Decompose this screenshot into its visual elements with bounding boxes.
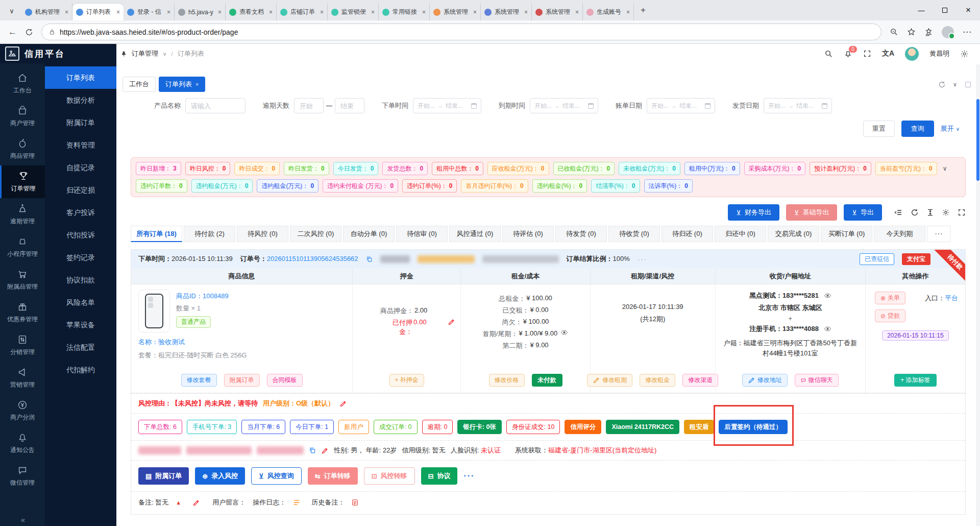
- submenu-item[interactable]: 签约记录: [45, 246, 116, 269]
- status-tab[interactable]: 自动分单 (0): [343, 226, 395, 242]
- product-name-link[interactable]: 验收测试: [158, 338, 185, 346]
- window-minimize-button[interactable]: [910, 0, 933, 20]
- search-button[interactable]: 查询: [901, 121, 934, 137]
- browser-tab[interactable]: 监管锁便: [328, 4, 379, 20]
- edit-channel-button[interactable]: 修改渠道: [682, 374, 718, 387]
- page-tab-close-icon[interactable]: [195, 81, 199, 87]
- collapse-triangle-icon[interactable]: [176, 499, 181, 506]
- edit-user-pencil-icon[interactable]: [321, 447, 329, 455]
- submenu-item[interactable]: 风险名单: [45, 291, 116, 314]
- overdue-start-input[interactable]: [294, 98, 324, 113]
- product-id[interactable]: 1008489: [203, 292, 229, 300]
- tab-more-chevron-icon[interactable]: [953, 81, 957, 88]
- status-tab[interactable]: 待发货 (0): [555, 226, 607, 242]
- user-badge[interactable]: 下单总数: 6: [138, 420, 182, 434]
- basic-export-button[interactable]: 基础导出: [786, 204, 838, 221]
- browser-tab[interactable]: 系统管理: [481, 4, 532, 20]
- submenu-item[interactable]: 自提记录: [45, 156, 116, 179]
- edit-package-button[interactable]: 修改套餐: [181, 374, 217, 387]
- add-tag-button[interactable]: + 添加标签: [894, 374, 936, 387]
- page-tab-workbench[interactable]: 工作台: [122, 77, 156, 92]
- enter-risk-button[interactable]: 录入风控: [195, 467, 245, 485]
- user-badge[interactable]: 逾期: 0: [422, 420, 453, 434]
- status-tab[interactable]: 风控通过 (0): [449, 226, 501, 242]
- risk-transfer-button[interactable]: 风控转移: [364, 467, 415, 485]
- overdue-end-input[interactable]: [335, 98, 364, 113]
- translate-icon[interactable]: 文A: [882, 49, 894, 58]
- edit-address-button[interactable]: 修改地址: [742, 374, 788, 387]
- submenu-item[interactable]: 代扣解约: [45, 358, 116, 381]
- tab-close-icon[interactable]: [371, 9, 375, 16]
- window-maximize-button[interactable]: [933, 0, 957, 20]
- browser-menu-icon[interactable]: ⋯: [963, 28, 972, 36]
- user-badge[interactable]: 银行卡: 0张: [457, 420, 502, 434]
- status-tab[interactable]: 待风控 (0): [237, 226, 288, 242]
- rail-item-notice[interactable]: 通知公告: [0, 427, 45, 460]
- browser-tab[interactable]: 登录 - 信: [124, 4, 175, 20]
- column-settings-gear-icon[interactable]: [942, 208, 950, 217]
- rail-item-merchant[interactable]: 商户管理: [0, 100, 45, 133]
- sidebar-collapse-button[interactable]: [0, 515, 45, 524]
- risk-query-button[interactable]: 风控查询: [251, 467, 302, 485]
- export-button[interactable]: 导出: [844, 204, 882, 221]
- user-badge[interactable]: 后置签约（待通过）: [719, 420, 788, 434]
- status-tab[interactable]: 归还中 (0): [715, 226, 766, 242]
- address-bar[interactable]: https://web.java-saas.heied.site/#/os-pr…: [41, 23, 881, 40]
- eye-icon[interactable]: [824, 293, 831, 299]
- submenu-item[interactable]: 数据分析: [45, 89, 116, 111]
- pin-icon[interactable]: [120, 50, 127, 58]
- edit-deposit-pencil-icon[interactable]: [448, 318, 455, 337]
- bill-date-range-picker[interactable]: 开始... 结束...: [647, 98, 715, 113]
- edit-price-button[interactable]: 修改价格: [489, 374, 525, 387]
- collections-icon[interactable]: [924, 28, 933, 36]
- status-tab[interactable]: 待信审 (0): [396, 226, 448, 242]
- wechat-chat-button[interactable]: 微信聊天: [795, 374, 839, 387]
- tab-search-button[interactable]: [4, 4, 19, 18]
- tab-expand-icon[interactable]: [964, 81, 972, 88]
- submenu-item[interactable]: 附属订单: [45, 111, 116, 134]
- submenu-item[interactable]: 协议扣款: [45, 269, 116, 291]
- header-search-icon[interactable]: [824, 50, 833, 58]
- status-tab[interactable]: 交易完成 (0): [768, 226, 819, 242]
- browser-tab[interactable]: 常用链接: [379, 4, 430, 20]
- reset-button[interactable]: 重置: [863, 121, 895, 137]
- submenu-item[interactable]: 法信配置: [45, 336, 116, 358]
- copy-icon[interactable]: [309, 447, 316, 454]
- eye-icon[interactable]: [824, 326, 831, 332]
- rail-item-marketing[interactable]: 营销管理: [0, 362, 45, 394]
- rail-item-miniprogram[interactable]: 小程序管理: [0, 231, 45, 264]
- user-badge[interactable]: 新用户: [338, 420, 369, 434]
- settings-gear-icon[interactable]: [960, 50, 969, 58]
- op-log-list-icon[interactable]: [293, 499, 300, 506]
- tab-close-icon[interactable]: [473, 9, 477, 16]
- due-time-range-picker[interactable]: 开始... 结束...: [530, 98, 598, 113]
- browser-profile-avatar[interactable]: [942, 26, 954, 38]
- user-badge[interactable]: 身份证成交: 10: [506, 420, 560, 434]
- expand-link[interactable]: 展开: [941, 124, 960, 133]
- rail-item-profit[interactable]: 商户分润: [0, 394, 45, 427]
- ship-date-range-picker[interactable]: 开始... 结束...: [764, 98, 832, 113]
- tab-refresh-icon[interactable]: [938, 81, 946, 88]
- breadcrumb-parent[interactable]: 订单管理: [132, 49, 158, 58]
- product-name-input[interactable]: [185, 98, 246, 113]
- user-badge[interactable]: 租安盾: [684, 420, 715, 434]
- user-badge[interactable]: 手机号下单: 3: [187, 420, 237, 434]
- edit-lease-button[interactable]: 修改租期: [587, 374, 632, 387]
- tab-close-icon[interactable]: [524, 9, 528, 16]
- order-transfer-button[interactable]: 订单转移: [308, 467, 358, 485]
- rail-item-product[interactable]: 商品管理: [0, 133, 45, 165]
- order-time-range-picker[interactable]: 开始... 结束...: [413, 98, 481, 113]
- sub-order-button[interactable]: 附属订单: [224, 374, 260, 387]
- user-badge[interactable]: Xiaomi 24117RK2CC: [606, 420, 679, 434]
- row-height-icon[interactable]: [926, 208, 934, 217]
- user-badge[interactable]: 信用评分: [565, 420, 601, 434]
- copy-icon[interactable]: [366, 256, 373, 262]
- submenu-item[interactable]: 苹果设备: [45, 314, 116, 336]
- more-actions-button[interactable]: [463, 471, 475, 481]
- header-bell-icon[interactable]: 0: [844, 50, 852, 58]
- browser-tab[interactable]: 系统管理: [430, 4, 481, 20]
- eye-icon[interactable]: [560, 329, 568, 339]
- browser-tab[interactable]: 机构管理: [21, 4, 72, 20]
- favorite-star-icon[interactable]: [907, 28, 916, 36]
- history-remark-icon[interactable]: [352, 499, 358, 506]
